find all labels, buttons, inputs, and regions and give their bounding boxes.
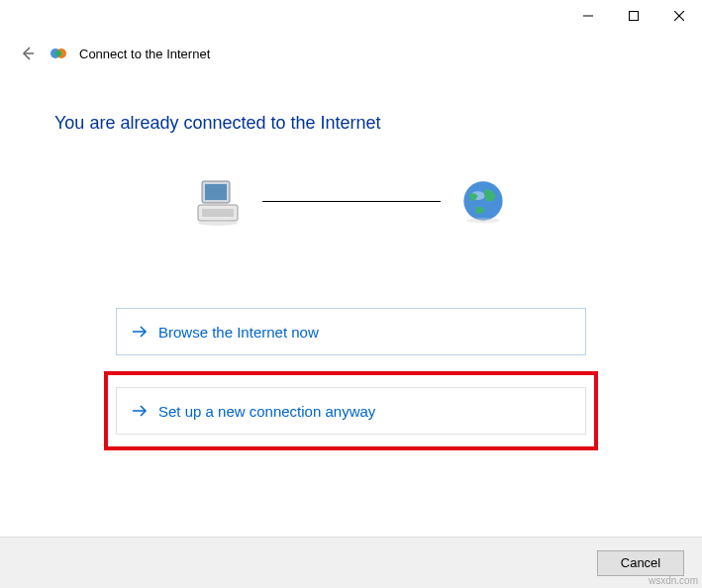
arrow-right-icon — [131, 323, 149, 341]
globe-icon — [455, 173, 511, 229]
network-wizard-icon — [50, 45, 67, 62]
option-label: Browse the Internet now — [158, 324, 319, 341]
svg-rect-11 — [202, 209, 234, 217]
highlighted-option: Set up a new connection anyway — [104, 371, 598, 450]
back-arrow-icon[interactable] — [18, 44, 38, 63]
browse-internet-button[interactable]: Browse the Internet now — [116, 308, 586, 355]
wizard-header: Connect to the Internet — [0, 32, 702, 63]
maximize-button[interactable] — [611, 2, 656, 30]
close-button[interactable] — [656, 2, 702, 30]
svg-rect-1 — [630, 12, 639, 21]
wizard-footer: Cancel — [0, 537, 702, 588]
svg-point-7 — [55, 50, 61, 56]
minimize-button[interactable] — [565, 2, 611, 30]
arrow-right-icon — [131, 402, 149, 420]
window-titlebar — [0, 0, 702, 32]
svg-point-12 — [198, 220, 238, 226]
setup-connection-button[interactable]: Set up a new connection anyway — [116, 387, 586, 435]
svg-rect-9 — [205, 184, 227, 200]
cancel-label: Cancel — [621, 555, 660, 570]
watermark: wsxdn.com — [649, 575, 698, 586]
computer-icon — [192, 173, 248, 229]
option-label: Set up a new connection anyway — [158, 403, 375, 420]
connection-line — [262, 201, 441, 202]
svg-point-15 — [466, 218, 498, 223]
page-heading: You are already connected to the Interne… — [0, 63, 702, 134]
connection-illustration — [0, 173, 702, 229]
wizard-title: Connect to the Internet — [79, 47, 210, 61]
svg-point-13 — [463, 181, 502, 220]
options-list: Browse the Internet now Set up a new con… — [0, 308, 702, 450]
cancel-button[interactable]: Cancel — [597, 550, 684, 576]
